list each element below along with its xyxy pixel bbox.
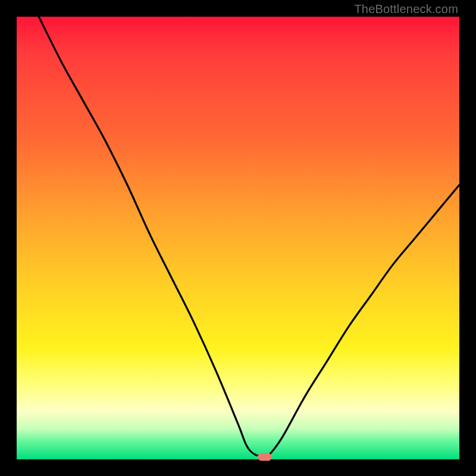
attribution-text: TheBottleneck.com <box>354 2 458 16</box>
optimal-point-marker <box>258 453 272 461</box>
plot-area <box>17 17 459 459</box>
chart-frame: TheBottleneck.com <box>0 0 476 476</box>
bottleneck-curve <box>17 17 459 459</box>
